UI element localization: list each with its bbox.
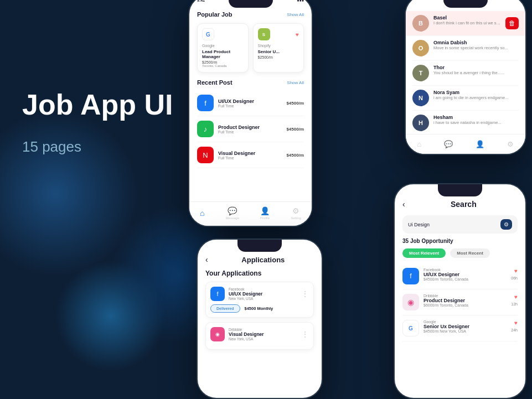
nav2-chat[interactable]: 💬 [444,140,453,148]
app-item-menu-dots[interactable]: ⋮ [301,289,309,298]
heart-icon-2[interactable]: ♥ [514,294,518,300]
search-dribbble-title: Product Designer [423,298,511,303]
job-list-spotify[interactable]: ♪ Product Designer Full Time $4500/m [197,116,304,142]
message-icon: 💬 [228,206,237,215]
msg-content-nora: Nora Syam i am going to die in avengers … [433,90,519,100]
search-google-info: Google Senior Ux Designer $4500/m New Yo… [423,320,511,333]
message-item-basel[interactable]: B Basel I don't think i can fit on this … [406,11,525,36]
heart-icon-3[interactable]: ♥ [514,320,518,326]
phone3-screen: ‹ Applications Your Applications f Faceb… [198,240,322,398]
search-bar[interactable]: Ui Design ⚙ [402,215,518,234]
filter-most-relevant[interactable]: Most Relevent [402,248,446,258]
application-item-facebook[interactable]: f Facebook UI/UX Designer New York, USA … [205,282,314,318]
nav-settings[interactable]: ⚙ Setting [291,206,301,220]
recent-post-title-text: Recent Post [197,79,233,86]
search-job-right-3: ♥ 24h [511,320,518,332]
search-facebook-meta: $4500/m Toronto, Canada [423,277,511,281]
profile-icon: 👤 [260,206,270,215]
app-item-menu-dots-2[interactable]: ⋮ [301,330,309,339]
avatar-nora: N [412,90,429,106]
netflix-job-title: Visual Designer [218,151,286,156]
search-google-title: Senior Ux Designer [423,324,511,329]
message-item-omnia[interactable]: O Omnia Dabish Move in some special work… [412,36,519,61]
job-list-facebook[interactable]: f UI/UX Designer Full Time $4500/m [197,90,304,116]
nav-home[interactable]: ⌂ [200,209,204,217]
heart-icon-1[interactable]: ♥ [514,268,518,274]
google-salary: $2500/m [202,60,244,64]
msg-content-omnia: Omnia Dabish Move in some special work r… [433,40,519,50]
nav-profile[interactable]: 👤 Profile [260,206,270,220]
msg-name-hesham: Hesham [433,115,519,120]
home-icon: ⌂ [200,209,204,217]
popular-job-show-all[interactable]: Show All [287,12,304,17]
job-card-shopify[interactable]: S ♥ Shopify Senior U... $2500/m [253,23,304,72]
recent-post-header: Recent Post Show All [197,79,304,86]
msg-text-thor: You shoud be a avenger i thing the...... [433,70,519,75]
delete-button[interactable]: 🗑 [505,17,519,29]
app-dribbble-icon: ◉ [210,327,225,341]
search-google-company: Google [423,320,511,324]
nav2-home[interactable]: ⌂ [417,140,422,148]
facebook-icon: f [197,95,214,111]
spotify-job-type: Full Time [218,130,286,134]
phone2-screen: B Basel I don't think i can fit on this … [406,0,525,154]
google-company-name: Google [202,44,244,48]
phone2-bottom-nav: ⌂ 💬 👤 ⚙ [406,134,525,154]
avatar-basel: B [412,15,429,32]
message-item-nora[interactable]: N Nora Syam i am going to die in avenger… [412,86,519,111]
applications-title: Applications [213,256,314,264]
msg-name-nora: Nora Syam [433,90,519,95]
app-facebook-icon: f [210,287,225,301]
facebook-job-title: UI/UX Designer [218,99,286,104]
nav2-settings[interactable]: ⚙ [507,140,514,148]
heart-icon-shopify: ♥ [296,32,299,38]
msg-text-hesham: i have to save natasha in endgame... [433,120,519,125]
popular-job-header: Popular Job Show All [197,11,304,18]
avatar-thor: T [412,65,429,81]
nav-message[interactable]: 💬 Message [226,206,239,220]
google-location: Toronto, Canada [202,64,244,68]
application-item-dribbble[interactable]: ◉ Dribbble Visual Designer New York, USA… [205,322,314,350]
search-job-google[interactable]: G Google Senior Ux Designer $4500/m New … [402,315,518,341]
message-item-thor[interactable]: T Thor You shoud be a avenger i thing th… [412,61,519,86]
msg-content-thor: Thor You shoud be a avenger i thing the.… [433,65,519,75]
applications-header: ‹ Applications [205,255,314,264]
msg-text-omnia: Move in some special work recently so... [433,45,519,50]
filter-button[interactable]: ⚙ [500,219,512,230]
filter-most-recent[interactable]: Most Recent [450,248,490,258]
message-item-hesham[interactable]: H Hesham i have to save natasha in endga… [412,111,519,136]
phone-notch-2 [443,0,488,8]
search-back-button[interactable]: ‹ [402,200,405,209]
phone-notch-4 [438,184,482,196]
search-header: ‹ Search [402,200,518,209]
status-icons-1: ●●● [297,0,304,2]
spotify-icon: ♪ [197,121,214,137]
shopify-logo: S [258,28,270,40]
search-dribbble-info: Dribbble Product Designer $6000/m Toront… [423,294,511,307]
applications-back-button[interactable]: ‹ [205,255,208,264]
app-dribbble-info: Dribbble Visual Designer New York, USA [229,328,301,341]
results-count: 35 Job Opportunity [402,238,518,244]
msg-text-nora: i am going to die in avengers endgame... [433,95,519,100]
job-card-google[interactable]: G Google Lead Product Manager $2500/m To… [197,23,249,72]
search-dribbble-meta: $6000/m Toronto, Canada [423,303,511,307]
search-google-icon: G [402,320,419,336]
job-list-netflix[interactable]: N Visual Designer Full Time $4500/m [197,142,304,168]
msg-name-omnia: Omnia Dabish [433,40,519,45]
nav-message-label: Message [226,216,239,220]
search-job-right-1: ♥ 06h [511,268,518,280]
app-facebook-title: UI/UX Designer [229,291,301,297]
phone1-screen: Popular Job Show All G Google Lead Produ… [189,0,312,226]
app-dribbble-company: Dribbble [229,328,301,331]
status-time-1: 9:41 [197,0,205,2]
search-time-3: 24h [511,328,518,332]
spotify-job-title: Product Designer [218,125,286,130]
nav2-profile[interactable]: 👤 [476,140,484,148]
search-job-facebook[interactable]: f Facebook UI/UX Designer $4500/m Toront… [402,263,518,289]
search-job-dribbble[interactable]: ◉ Dribbble Product Designer $6000/m Toro… [402,289,518,315]
recent-post-show-all[interactable]: Show All [287,80,304,85]
avatar-omnia: O [412,40,429,56]
delivered-badge: Delivered [210,304,240,313]
facebook-job-type: Full Time [218,104,286,108]
app-facebook-company: Facebook [229,287,301,291]
